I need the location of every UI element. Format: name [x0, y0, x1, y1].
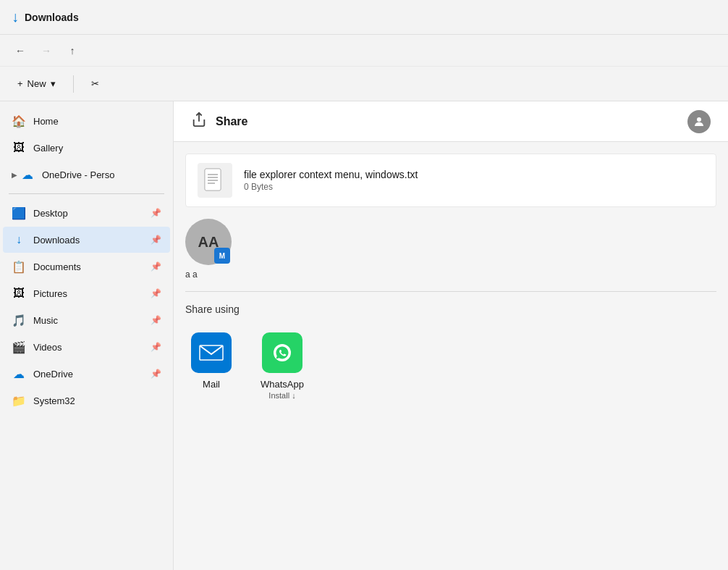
sidebar-item-desktop[interactable]: 🟦 Desktop 📌	[3, 200, 170, 226]
pin-icon: 📌	[151, 261, 161, 272]
whatsapp-app-icon	[262, 332, 302, 373]
sidebar-item-label: System32	[33, 395, 161, 406]
gallery-icon: 🖼	[12, 141, 26, 155]
svg-rect-8	[199, 343, 224, 362]
cut-icon: ✂	[91, 78, 99, 89]
downloads-icon: ↓	[12, 232, 26, 247]
file-info: file explorer context menu, windows.txt …	[185, 154, 716, 207]
sidebar-item-label: Desktop	[33, 208, 151, 219]
nav-bar: ← → ↑	[0, 35, 728, 67]
file-name: file explorer context menu, windows.txt	[244, 169, 418, 180]
pictures-icon: 🖼	[12, 286, 26, 301]
svg-point-1	[697, 117, 701, 122]
share-apps: Mail WhatsApp Install ↓	[185, 327, 716, 406]
documents-icon: 📋	[12, 259, 26, 274]
plus-icon: +	[17, 78, 23, 89]
back-button[interactable]: ←	[9, 39, 32, 62]
pin-icon: 📌	[151, 235, 161, 245]
sidebar-item-onedrive2[interactable]: ☁ OneDrive 📌	[3, 361, 170, 387]
sidebar-item-label: OneDrive - Perso	[42, 169, 161, 180]
pin-icon: 📌	[151, 288, 161, 298]
music-icon: 🎵	[12, 313, 26, 327]
share-icon	[191, 112, 207, 131]
sidebar-item-label: Documents	[33, 261, 151, 272]
whatsapp-app-name: WhatsApp	[261, 379, 304, 390]
pin-icon: 📌	[151, 369, 161, 379]
sidebar-item-label: Home	[33, 116, 161, 127]
onedrive2-icon: ☁	[12, 366, 26, 381]
contact-badge: M	[214, 248, 230, 264]
file-details: file explorer context menu, windows.txt …	[244, 169, 418, 192]
folder-icon: 📁	[12, 393, 26, 408]
title-bar-icon: ↓	[12, 9, 19, 25]
sidebar-item-label: Pictures	[33, 288, 151, 299]
share-panel: Share file explor	[174, 101, 728, 570]
pin-icon: 📌	[151, 208, 161, 218]
cut-button[interactable]: ✂	[82, 72, 108, 96]
sidebar-item-home[interactable]: 🏠 Home	[3, 108, 170, 134]
new-label: New	[27, 78, 46, 89]
file-size: 0 Bytes	[244, 182, 418, 192]
share-header: Share	[174, 101, 728, 142]
new-button[interactable]: + New ▾	[9, 72, 64, 96]
toolbar-divider	[73, 75, 74, 93]
file-icon	[198, 163, 232, 198]
sidebar-item-videos[interactable]: 🎬 Videos 📌	[3, 334, 170, 360]
share-title: Share	[216, 115, 679, 128]
sidebar-item-label: Music	[33, 315, 151, 326]
expand-icon: ▶	[12, 171, 17, 179]
sidebar-item-system32[interactable]: 📁 System32	[3, 387, 170, 414]
videos-icon: 🎬	[12, 340, 26, 354]
contact-name: a a	[185, 269, 198, 280]
sidebar-item-label: Downloads	[33, 235, 151, 246]
share-app-whatsapp[interactable]: WhatsApp Install ↓	[255, 327, 310, 406]
mail-app-icon	[191, 332, 232, 373]
title-bar: ↓ Downloads	[0, 0, 728, 35]
toolbar: + New ▾ ✂	[0, 67, 728, 101]
sidebar-item-label: Videos	[33, 342, 151, 353]
contact-avatar: AA M	[185, 219, 232, 265]
main-content: 🏠 Home 🖼 Gallery ▶ ☁ OneDrive - Perso 🟦 …	[0, 101, 728, 570]
sidebar-item-pictures[interactable]: 🖼 Pictures 📌	[3, 280, 170, 306]
sidebar-item-documents[interactable]: 📋 Documents 📌	[3, 253, 170, 280]
sidebar-item-label: Gallery	[33, 143, 161, 154]
title-bar-title: Downloads	[25, 12, 79, 23]
sidebar: 🏠 Home 🖼 Gallery ▶ ☁ OneDrive - Perso 🟦 …	[0, 101, 174, 570]
onedrive-icon: ☁	[20, 167, 35, 182]
pin-icon: 📌	[151, 342, 161, 352]
sidebar-item-gallery[interactable]: 🖼 Gallery	[3, 135, 170, 161]
sidebar-divider	[9, 193, 164, 194]
sidebar-item-downloads[interactable]: ↓ Downloads 📌	[3, 227, 170, 253]
up-button[interactable]: ↑	[61, 39, 84, 62]
whatsapp-app-sub: Install ↓	[268, 391, 295, 400]
sidebar-item-music[interactable]: 🎵 Music 📌	[3, 307, 170, 333]
share-using-section: Share using Mail	[174, 292, 728, 417]
share-app-mail[interactable]: Mail	[185, 327, 237, 406]
sidebar-item-label: OneDrive	[33, 369, 151, 380]
chevron-down-icon: ▾	[51, 78, 56, 89]
mail-app-name: Mail	[203, 379, 220, 390]
contact-avatar-container[interactable]: AA M	[185, 219, 232, 265]
sidebar-item-onedrive[interactable]: ▶ ☁ OneDrive - Perso	[3, 162, 170, 188]
forward-button[interactable]: →	[35, 39, 58, 62]
desktop-icon: 🟦	[12, 206, 26, 220]
user-avatar-button[interactable]	[687, 110, 711, 133]
share-using-title: Share using	[185, 303, 716, 315]
share-contact: AA M a a	[174, 219, 728, 291]
pin-icon: 📌	[151, 315, 161, 325]
home-icon: 🏠	[12, 114, 26, 128]
svg-rect-3	[205, 169, 221, 190]
